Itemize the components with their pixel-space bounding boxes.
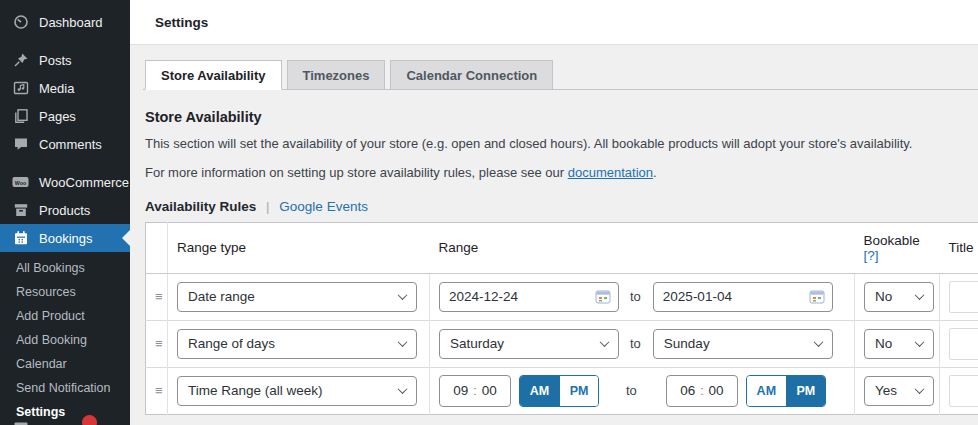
- sidebar-item-label: Dashboard: [39, 15, 103, 30]
- date-from-input[interactable]: 2024-12-24: [439, 282, 619, 312]
- to-label: to: [630, 289, 641, 304]
- more-info-prefix: For more information on setting up store…: [145, 165, 568, 180]
- datepicker-calendar-icon[interactable]: [809, 289, 825, 305]
- tab-timezones[interactable]: Timezones: [287, 60, 386, 90]
- meridiem-toggle-to: AM PM: [746, 375, 826, 407]
- sidebar-item-partial[interactable]: [0, 413, 130, 425]
- chevron-down-icon: [398, 290, 408, 300]
- bookable-select[interactable]: Yes: [864, 376, 934, 406]
- sidebar-item-label: Media: [39, 81, 74, 96]
- bookable-header: Bookable [?]: [855, 222, 940, 273]
- sidebar-item-label: Bookings: [39, 231, 92, 246]
- woocommerce-header: Settings: [130, 0, 978, 45]
- day-from-select[interactable]: Saturday: [439, 329, 619, 359]
- drag-handle-icon[interactable]: ≡: [155, 383, 163, 398]
- sidebar-item-label: Products: [39, 203, 90, 218]
- bookings-submenu: All Bookings Resources Add Product Add B…: [0, 252, 130, 425]
- time-separator: :: [700, 384, 703, 398]
- bookable-select[interactable]: No: [864, 282, 934, 312]
- minute-value: 00: [709, 383, 724, 398]
- pm-button[interactable]: PM: [786, 376, 825, 406]
- submenu-item-add-product[interactable]: Add Product: [12, 304, 130, 328]
- to-label: to: [626, 383, 637, 398]
- bookable-value: No: [875, 289, 892, 304]
- range-type-value: Range of days: [188, 336, 275, 351]
- bookable-value: Yes: [875, 383, 897, 398]
- rules-nav: Availability Rules | Google Events: [145, 199, 978, 214]
- chevron-down-icon: [915, 384, 925, 394]
- sidebar-item-woocommerce[interactable]: Woo WooCommerce: [0, 168, 130, 196]
- section-description: This section will set the availability o…: [145, 135, 978, 154]
- drag-column-header: [146, 222, 168, 273]
- bookable-value: No: [875, 336, 892, 351]
- date-to-input[interactable]: 2025-01-04: [653, 282, 833, 312]
- sidebar-item-media[interactable]: Media: [0, 74, 130, 102]
- sidebar-item-bookings[interactable]: Bookings: [0, 224, 130, 252]
- update-count-badge: [82, 415, 97, 425]
- pm-button[interactable]: PM: [559, 376, 598, 406]
- table-row: ≡ Range of days Saturday: [146, 320, 978, 367]
- menu-icon: [12, 419, 29, 425]
- table-row: ≡ Time Range (all week) 09 :: [146, 367, 978, 414]
- drag-handle-icon[interactable]: ≡: [155, 336, 163, 351]
- submenu-item-send-notification[interactable]: Send Notification: [12, 376, 130, 400]
- title-input[interactable]: [949, 328, 978, 360]
- dashboard-icon: [12, 14, 29, 31]
- datepicker-calendar-icon[interactable]: [595, 289, 611, 305]
- svg-text:Woo: Woo: [15, 180, 27, 186]
- pushpin-icon: [12, 52, 29, 69]
- range-type-header: Range type: [168, 222, 430, 273]
- day-to-value: Sunday: [664, 336, 710, 351]
- woocommerce-icon: Woo: [12, 174, 29, 191]
- more-info-line: For more information on setting up store…: [145, 164, 978, 183]
- menu-separator: [0, 36, 130, 46]
- submenu-item-all-bookings[interactable]: All Bookings: [12, 256, 130, 280]
- time-separator: :: [473, 384, 476, 398]
- sidebar-item-posts[interactable]: Posts: [0, 46, 130, 74]
- tab-calendar-connection[interactable]: Calendar Connection: [390, 60, 553, 90]
- day-from-value: Saturday: [450, 336, 504, 351]
- title-input[interactable]: [949, 281, 978, 313]
- range-type-value: Date range: [188, 289, 255, 304]
- page-title: Settings: [155, 15, 208, 30]
- more-info-suffix: .: [653, 165, 657, 180]
- meridiem-toggle-from: AM PM: [519, 375, 599, 407]
- sidebar-item-pages[interactable]: Pages: [0, 102, 130, 130]
- sidebar-item-products[interactable]: Products: [0, 196, 130, 224]
- bookable-help-icon[interactable]: [?]: [864, 248, 879, 263]
- table-header-row: Range type Range Bookable [?] Title: [146, 222, 978, 273]
- bookable-header-label: Bookable: [864, 233, 920, 248]
- sidebar-item-dashboard[interactable]: Dashboard: [0, 8, 130, 36]
- chevron-down-icon: [915, 290, 925, 300]
- menu-separator: [0, 158, 130, 168]
- range-type-select[interactable]: Range of days: [177, 329, 417, 359]
- submenu-item-resources[interactable]: Resources: [12, 280, 130, 304]
- main-panel: Settings Store Availability Timezones Ca…: [130, 0, 978, 425]
- chevron-down-icon: [915, 337, 925, 347]
- drag-handle-icon[interactable]: ≡: [155, 289, 163, 304]
- sidebar-item-comments[interactable]: Comments: [0, 130, 130, 158]
- time-from-input[interactable]: 09 : 00: [439, 375, 511, 407]
- range-type-select[interactable]: Date range: [177, 282, 417, 312]
- bookable-select[interactable]: No: [864, 329, 934, 359]
- title-header: Title: [940, 222, 978, 273]
- title-input[interactable]: [949, 375, 978, 407]
- pages-icon: [12, 108, 29, 125]
- tab-store-availability[interactable]: Store Availability: [145, 60, 282, 90]
- separator: |: [266, 199, 270, 214]
- table-row: ≡ Date range 2024-12-24: [146, 273, 978, 320]
- availability-table-wrap: Range type Range Bookable [?] Title ≡: [145, 222, 978, 415]
- am-button[interactable]: AM: [520, 376, 559, 406]
- submenu-item-calendar[interactable]: Calendar: [12, 352, 130, 376]
- submenu-item-add-booking[interactable]: Add Booking: [12, 328, 130, 352]
- range-type-select[interactable]: Time Range (all week): [177, 376, 417, 406]
- settings-content: Store Availability This section will set…: [130, 90, 978, 425]
- time-to-input[interactable]: 06 : 00: [666, 375, 738, 407]
- google-events-link[interactable]: Google Events: [279, 199, 368, 214]
- documentation-link[interactable]: documentation: [568, 165, 653, 180]
- hour-value: 06: [680, 383, 695, 398]
- chevron-down-icon: [398, 384, 408, 394]
- am-button[interactable]: AM: [747, 376, 786, 406]
- date-to-value: 2025-01-04: [663, 289, 732, 304]
- day-to-select[interactable]: Sunday: [653, 329, 833, 359]
